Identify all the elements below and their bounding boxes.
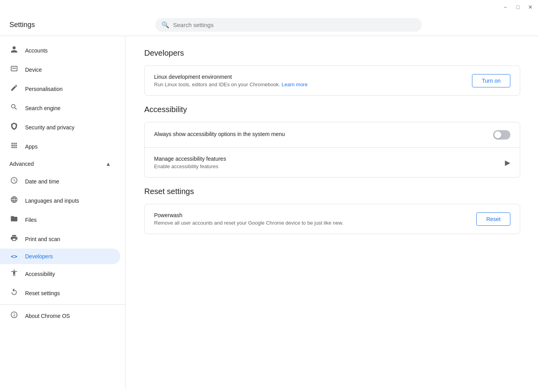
sidebar-item-apps[interactable]: Apps: [0, 137, 120, 156]
linux-dev-env-row: Linux development environment Run Linux …: [145, 66, 520, 95]
advanced-label: Advanced: [9, 161, 34, 167]
maximize-button[interactable]: □: [512, 2, 523, 13]
main-layout: Accounts Device Personalisation Search e…: [0, 36, 539, 389]
device-icon: [9, 65, 19, 74]
accessibility-toggle[interactable]: [493, 130, 510, 140]
sidebar-item-reset-settings[interactable]: Reset settings: [0, 283, 120, 303]
learn-more-link[interactable]: Learn more: [281, 82, 307, 87]
sidebar: Accounts Device Personalisation Search e…: [0, 36, 125, 389]
reset-settings-section: Reset settings Powerwash Remove all user…: [144, 187, 520, 234]
print-scan-label: Print and scan: [25, 236, 60, 242]
header: Settings 🔍: [0, 14, 539, 36]
linux-dev-env-content: Linux development environment Run Linux …: [154, 74, 472, 87]
globe-icon: [9, 196, 19, 205]
reset-settings-label: Reset settings: [25, 290, 60, 296]
navigate-arrow-icon: ▶: [505, 158, 510, 167]
about-label: About Chrome OS: [25, 313, 70, 319]
security-privacy-label: Security and privacy: [25, 124, 74, 131]
minimize-button[interactable]: −: [500, 2, 511, 13]
turn-on-button[interactable]: Turn on: [472, 74, 510, 87]
powerwash-title: Powerwash: [154, 212, 476, 218]
files-label: Files: [25, 217, 37, 223]
sidebar-item-accounts[interactable]: Accounts: [0, 41, 120, 60]
advanced-section-header[interactable]: Advanced ▲: [0, 156, 120, 172]
show-accessibility-row: Always show accessibility options in the…: [145, 122, 520, 148]
toggle-track: [493, 130, 510, 140]
about-icon: [9, 311, 19, 321]
security-icon: [9, 122, 19, 132]
apps-label: Apps: [25, 143, 38, 150]
developers-icon: <>: [9, 253, 19, 260]
manage-accessibility-row[interactable]: Manage accessibility features Enable acc…: [145, 148, 520, 177]
search-bar: 🔍: [155, 18, 422, 32]
sidebar-bottom: About Chrome OS: [0, 304, 125, 325]
personalisation-icon: [9, 84, 19, 94]
show-accessibility-title: Always show accessibility options in the…: [154, 131, 493, 137]
person-icon: [9, 45, 19, 55]
manage-accessibility-content: Manage accessibility features Enable acc…: [154, 156, 505, 169]
reset-button[interactable]: Reset: [476, 212, 510, 226]
sidebar-item-date-time[interactable]: Date and time: [0, 172, 120, 191]
close-button[interactable]: ✕: [525, 2, 536, 13]
accessibility-section-title: Accessibility: [144, 105, 520, 114]
languages-inputs-label: Languages and inputs: [25, 198, 79, 204]
sidebar-item-accessibility[interactable]: Accessibility: [0, 264, 120, 283]
chevron-up-icon: ▲: [105, 161, 111, 167]
clock-icon: [9, 176, 19, 186]
sidebar-item-developers[interactable]: <> Developers: [0, 249, 120, 264]
title-bar: − □ ✕: [0, 0, 539, 14]
linux-dev-env-card: Linux development environment Run Linux …: [144, 65, 520, 96]
sidebar-item-about-chrome-os[interactable]: About Chrome OS: [0, 306, 120, 325]
show-accessibility-content: Always show accessibility options in the…: [154, 131, 493, 139]
reset-settings-section-title: Reset settings: [144, 187, 520, 196]
developers-section-title: Developers: [144, 49, 520, 58]
powerwash-row: Powerwash Remove all user accounts and r…: [145, 204, 520, 234]
date-time-label: Date and time: [25, 178, 59, 185]
sidebar-item-search-engine[interactable]: Search engine: [0, 98, 120, 118]
accessibility-card: Always show accessibility options in the…: [144, 122, 520, 178]
developers-label: Developers: [25, 253, 53, 260]
toggle-thumb: [494, 131, 501, 138]
app-title: Settings: [9, 21, 41, 29]
device-label: Device: [25, 67, 42, 73]
linux-dev-env-subtitle: Run Linux tools, editors and IDEs on you…: [154, 82, 472, 87]
reset-icon: [9, 288, 19, 298]
sidebar-item-personalisation[interactable]: Personalisation: [0, 79, 120, 98]
sidebar-item-device[interactable]: Device: [0, 60, 120, 79]
content-area: Developers Linux development environment…: [125, 36, 539, 389]
sidebar-item-files[interactable]: Files: [0, 210, 120, 229]
personalisation-label: Personalisation: [25, 86, 63, 92]
search-icon: 🔍: [162, 21, 169, 29]
developers-section: Developers Linux development environment…: [144, 49, 520, 96]
manage-accessibility-title: Manage accessibility features: [154, 156, 505, 162]
powerwash-content: Powerwash Remove all user accounts and r…: [154, 212, 476, 226]
sidebar-item-languages-inputs[interactable]: Languages and inputs: [0, 191, 120, 210]
search-input[interactable]: [173, 22, 416, 28]
folder-icon: [9, 215, 19, 225]
accounts-label: Accounts: [25, 47, 48, 54]
sidebar-item-security-privacy[interactable]: Security and privacy: [0, 118, 120, 137]
powerwash-card: Powerwash Remove all user accounts and r…: [144, 204, 520, 234]
sidebar-item-print-scan[interactable]: Print and scan: [0, 229, 120, 249]
accessibility-icon: [9, 269, 19, 279]
print-icon: [9, 234, 19, 244]
powerwash-subtitle: Remove all user accounts and reset your …: [154, 220, 476, 226]
accessibility-section: Accessibility Always show accessibility …: [144, 105, 520, 178]
linux-dev-env-title: Linux development environment: [154, 74, 472, 80]
apps-icon: [9, 142, 19, 151]
search-engine-label: Search engine: [25, 105, 60, 111]
accessibility-label: Accessibility: [25, 271, 55, 277]
manage-accessibility-subtitle: Enable accessibility features: [154, 163, 505, 169]
search-engine-icon: [9, 103, 19, 113]
